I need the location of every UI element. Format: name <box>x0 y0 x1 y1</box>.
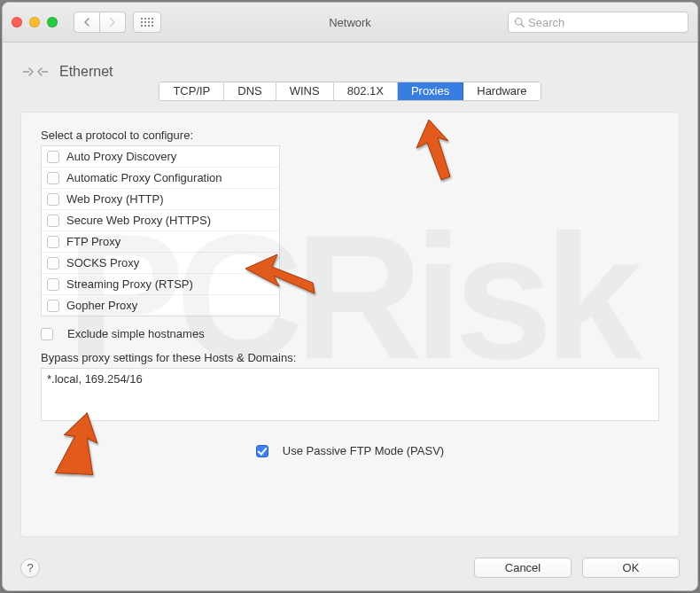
exclude-simple-checkbox[interactable] <box>41 328 53 340</box>
chevron-right-icon <box>109 18 116 27</box>
window-title: Network <box>329 16 371 29</box>
minimize-window-button[interactable] <box>29 17 40 27</box>
footer-buttons: Cancel OK <box>474 558 680 578</box>
close-window-button[interactable] <box>12 17 22 27</box>
protocol-label: Automatic Proxy Configuration <box>66 171 222 184</box>
tab-hardware[interactable]: Hardware <box>463 82 540 100</box>
search-field[interactable]: Search <box>508 12 688 33</box>
protocol-item[interactable]: Gopher Proxy <box>42 295 279 316</box>
search-placeholder: Search <box>528 16 564 29</box>
protocol-item[interactable]: SOCKS Proxy <box>42 253 279 274</box>
bypass-textarea[interactable]: *.local, 169.254/16 <box>41 368 659 421</box>
protocol-label: FTP Proxy <box>66 235 121 248</box>
protocol-checkbox[interactable] <box>47 236 59 248</box>
window-traffic-lights <box>12 17 58 27</box>
grid-icon <box>141 18 153 27</box>
protocol-item[interactable]: Web Proxy (HTTP) <box>42 189 279 210</box>
footer: ? Cancel OK <box>20 558 680 578</box>
protocol-item[interactable]: Secure Web Proxy (HTTPS) <box>42 210 279 231</box>
protocol-checkbox[interactable] <box>47 278 59 291</box>
tab-wins[interactable]: WINS <box>276 82 334 100</box>
proxy-panel: Select a protocol to configure: Auto Pro… <box>20 112 680 537</box>
preferences-window: Network Search Ethernet TCP/IPDNSWINS802… <box>2 2 698 591</box>
forward-button[interactable] <box>100 12 126 33</box>
exclude-simple-label: Exclude simple hostnames <box>67 327 205 340</box>
exclude-simple-row: Exclude simple hostnames <box>41 327 659 340</box>
protocol-list[interactable]: Auto Proxy DiscoveryAutomatic Proxy Conf… <box>41 145 280 316</box>
protocol-item[interactable]: FTP Proxy <box>42 231 279 253</box>
protocol-checkbox[interactable] <box>47 300 59 312</box>
back-button[interactable] <box>74 12 100 33</box>
zoom-window-button[interactable] <box>47 17 58 27</box>
protocol-label: Auto Proxy Discovery <box>66 150 176 163</box>
help-button[interactable]: ? <box>20 558 40 578</box>
titlebar: Network Search <box>3 3 697 43</box>
protocol-label: Secure Web Proxy (HTTPS) <box>66 214 211 227</box>
protocol-label: SOCKS Proxy <box>66 256 139 269</box>
select-protocol-label: Select a protocol to configure: <box>41 129 659 142</box>
show-all-button[interactable] <box>133 12 161 33</box>
cancel-button[interactable]: Cancel <box>474 558 572 578</box>
tabs: TCP/IPDNSWINS802.1XProxiesHardware <box>159 82 541 101</box>
pasv-label: Use Passive FTP Mode (PASV) <box>283 444 444 457</box>
protocol-checkbox[interactable] <box>47 215 59 227</box>
protocol-checkbox[interactable] <box>47 151 59 163</box>
ethernet-icon <box>22 59 49 85</box>
protocol-checkbox[interactable] <box>47 257 59 269</box>
tab-proxies[interactable]: Proxies <box>398 82 463 100</box>
protocol-item[interactable]: Automatic Proxy Configuration <box>42 168 279 189</box>
svg-line-1 <box>521 24 524 27</box>
tab-row: TCP/IPDNSWINS802.1XProxiesHardware <box>3 82 697 101</box>
protocol-checkbox[interactable] <box>47 172 59 184</box>
interface-name: Ethernet <box>59 64 113 80</box>
protocol-label: Streaming Proxy (RTSP) <box>66 277 193 291</box>
ok-button[interactable]: OK <box>582 558 680 578</box>
pasv-checkbox[interactable] <box>256 445 268 457</box>
tab-tcpip[interactable]: TCP/IP <box>159 82 224 100</box>
pasv-row: Use Passive FTP Mode (PASV) <box>41 444 659 457</box>
nav-button-group <box>74 12 126 33</box>
protocol-item[interactable]: Auto Proxy Discovery <box>42 146 279 168</box>
tab-dns[interactable]: DNS <box>224 82 276 100</box>
protocol-label: Web Proxy (HTTP) <box>66 192 164 206</box>
protocol-checkbox[interactable] <box>47 193 59 206</box>
bypass-label: Bypass proxy settings for these Hosts & … <box>41 351 659 364</box>
protocol-item[interactable]: Streaming Proxy (RTSP) <box>42 274 279 295</box>
protocol-label: Gopher Proxy <box>66 299 137 312</box>
chevron-left-icon <box>83 18 90 27</box>
tab-8021x[interactable]: 802.1X <box>334 82 398 100</box>
search-icon <box>514 17 525 27</box>
